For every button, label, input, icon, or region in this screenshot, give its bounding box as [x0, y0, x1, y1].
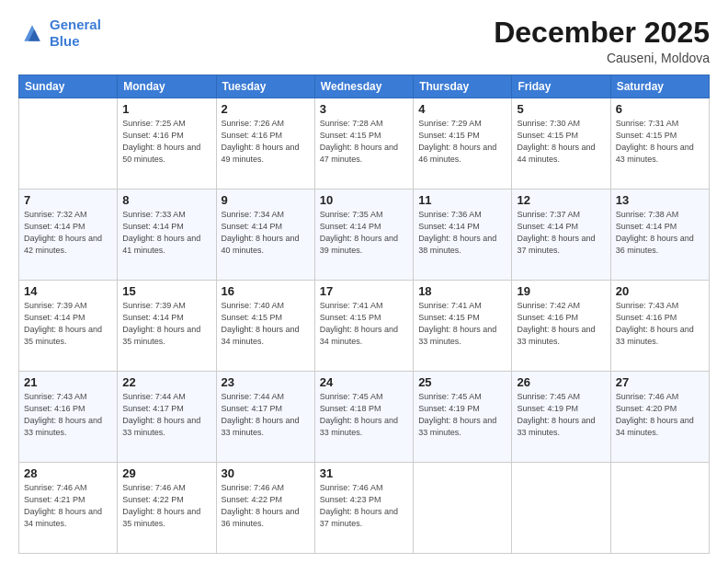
day-info: Sunrise: 7:45 AM Sunset: 4:19 PM Dayligh…	[517, 391, 605, 439]
calendar-table: SundayMondayTuesdayWednesdayThursdayFrid…	[18, 75, 710, 554]
day-info: Sunrise: 7:46 AM Sunset: 4:20 PM Dayligh…	[616, 391, 704, 439]
day-number: 22	[122, 375, 210, 389]
day-number: 27	[616, 375, 704, 389]
week-row-2: 7Sunrise: 7:32 AM Sunset: 4:14 PM Daylig…	[19, 190, 710, 281]
calendar-cell: 3Sunrise: 7:28 AM Sunset: 4:15 PM Daylig…	[314, 98, 413, 190]
calendar-cell	[414, 463, 512, 554]
day-info: Sunrise: 7:30 AM Sunset: 4:15 PM Dayligh…	[517, 118, 605, 166]
logo-text: General Blue	[50, 17, 101, 50]
title-block: December 2025 Causeni, Moldova	[494, 17, 710, 65]
day-info: Sunrise: 7:46 AM Sunset: 4:23 PM Dayligh…	[320, 482, 408, 530]
logo-icon	[18, 19, 46, 47]
day-info: Sunrise: 7:25 AM Sunset: 4:16 PM Dayligh…	[122, 118, 210, 166]
day-number: 6	[616, 102, 704, 116]
calendar-cell: 24Sunrise: 7:45 AM Sunset: 4:18 PM Dayli…	[314, 372, 413, 463]
day-info: Sunrise: 7:44 AM Sunset: 4:17 PM Dayligh…	[122, 391, 210, 439]
week-row-1: 1Sunrise: 7:25 AM Sunset: 4:16 PM Daylig…	[19, 98, 710, 190]
calendar-cell: 2Sunrise: 7:26 AM Sunset: 4:16 PM Daylig…	[216, 98, 314, 190]
day-number: 21	[24, 375, 112, 389]
calendar-cell: 15Sunrise: 7:39 AM Sunset: 4:14 PM Dayli…	[118, 281, 216, 372]
day-number: 8	[122, 193, 210, 207]
calendar-cell: 10Sunrise: 7:35 AM Sunset: 4:14 PM Dayli…	[314, 190, 413, 281]
weekday-header-monday: Monday	[118, 75, 216, 98]
subtitle: Causeni, Moldova	[494, 51, 710, 65]
calendar-cell: 19Sunrise: 7:42 AM Sunset: 4:16 PM Dayli…	[512, 281, 610, 372]
day-number: 28	[24, 466, 112, 480]
day-number: 25	[418, 375, 506, 389]
day-info: Sunrise: 7:43 AM Sunset: 4:16 PM Dayligh…	[616, 300, 704, 348]
day-info: Sunrise: 7:44 AM Sunset: 4:17 PM Dayligh…	[222, 391, 310, 439]
day-number: 5	[517, 102, 605, 116]
calendar-cell: 28Sunrise: 7:46 AM Sunset: 4:21 PM Dayli…	[19, 463, 118, 554]
day-number: 13	[616, 193, 704, 207]
day-info: Sunrise: 7:39 AM Sunset: 4:14 PM Dayligh…	[122, 300, 210, 348]
day-number: 1	[122, 102, 210, 116]
weekday-header-tuesday: Tuesday	[216, 75, 314, 98]
calendar-cell: 23Sunrise: 7:44 AM Sunset: 4:17 PM Dayli…	[216, 372, 314, 463]
day-number: 10	[320, 193, 408, 207]
calendar-cell: 17Sunrise: 7:41 AM Sunset: 4:15 PM Dayli…	[314, 281, 413, 372]
weekday-header-wednesday: Wednesday	[314, 75, 413, 98]
day-number: 4	[418, 102, 506, 116]
day-number: 2	[222, 102, 310, 116]
day-info: Sunrise: 7:41 AM Sunset: 4:15 PM Dayligh…	[320, 300, 408, 348]
calendar-cell: 29Sunrise: 7:46 AM Sunset: 4:22 PM Dayli…	[118, 463, 216, 554]
day-number: 15	[122, 284, 210, 298]
day-number: 17	[320, 284, 408, 298]
day-info: Sunrise: 7:39 AM Sunset: 4:14 PM Dayligh…	[24, 300, 112, 348]
calendar-cell: 6Sunrise: 7:31 AM Sunset: 4:15 PM Daylig…	[610, 98, 709, 190]
day-info: Sunrise: 7:35 AM Sunset: 4:14 PM Dayligh…	[320, 209, 408, 257]
calendar-cell: 31Sunrise: 7:46 AM Sunset: 4:23 PM Dayli…	[314, 463, 413, 554]
week-row-4: 21Sunrise: 7:43 AM Sunset: 4:16 PM Dayli…	[19, 372, 710, 463]
day-info: Sunrise: 7:42 AM Sunset: 4:16 PM Dayligh…	[517, 300, 605, 348]
day-info: Sunrise: 7:34 AM Sunset: 4:14 PM Dayligh…	[222, 209, 310, 257]
calendar-cell: 26Sunrise: 7:45 AM Sunset: 4:19 PM Dayli…	[512, 372, 610, 463]
day-info: Sunrise: 7:32 AM Sunset: 4:14 PM Dayligh…	[24, 209, 112, 257]
week-row-5: 28Sunrise: 7:46 AM Sunset: 4:21 PM Dayli…	[19, 463, 710, 554]
calendar-cell: 21Sunrise: 7:43 AM Sunset: 4:16 PM Dayli…	[19, 372, 118, 463]
weekday-header-friday: Friday	[512, 75, 610, 98]
day-number: 7	[24, 193, 112, 207]
day-info: Sunrise: 7:31 AM Sunset: 4:15 PM Dayligh…	[616, 118, 704, 166]
day-number: 14	[24, 284, 112, 298]
day-info: Sunrise: 7:26 AM Sunset: 4:16 PM Dayligh…	[222, 118, 310, 166]
day-number: 23	[222, 375, 310, 389]
calendar-cell: 13Sunrise: 7:38 AM Sunset: 4:14 PM Dayli…	[610, 190, 709, 281]
day-number: 11	[418, 193, 506, 207]
calendar-cell: 22Sunrise: 7:44 AM Sunset: 4:17 PM Dayli…	[118, 372, 216, 463]
logo: General Blue	[18, 17, 101, 50]
day-number: 26	[517, 375, 605, 389]
day-number: 20	[616, 284, 704, 298]
calendar-cell: 4Sunrise: 7:29 AM Sunset: 4:15 PM Daylig…	[414, 98, 512, 190]
calendar-cell: 7Sunrise: 7:32 AM Sunset: 4:14 PM Daylig…	[19, 190, 118, 281]
weekday-header-row: SundayMondayTuesdayWednesdayThursdayFrid…	[19, 75, 710, 98]
calendar-cell: 12Sunrise: 7:37 AM Sunset: 4:14 PM Dayli…	[512, 190, 610, 281]
calendar-cell: 8Sunrise: 7:33 AM Sunset: 4:14 PM Daylig…	[118, 190, 216, 281]
calendar-cell: 9Sunrise: 7:34 AM Sunset: 4:14 PM Daylig…	[216, 190, 314, 281]
calendar-cell: 20Sunrise: 7:43 AM Sunset: 4:16 PM Dayli…	[610, 281, 709, 372]
weekday-header-sunday: Sunday	[19, 75, 118, 98]
day-info: Sunrise: 7:46 AM Sunset: 4:22 PM Dayligh…	[122, 482, 210, 530]
day-number: 30	[222, 466, 310, 480]
calendar-cell: 11Sunrise: 7:36 AM Sunset: 4:14 PM Dayli…	[414, 190, 512, 281]
calendar-cell	[610, 463, 709, 554]
calendar-cell: 25Sunrise: 7:45 AM Sunset: 4:19 PM Dayli…	[414, 372, 512, 463]
day-info: Sunrise: 7:36 AM Sunset: 4:14 PM Dayligh…	[418, 209, 506, 257]
day-info: Sunrise: 7:28 AM Sunset: 4:15 PM Dayligh…	[320, 118, 408, 166]
day-info: Sunrise: 7:45 AM Sunset: 4:19 PM Dayligh…	[418, 391, 506, 439]
header: General Blue December 2025 Causeni, Mold…	[18, 17, 710, 65]
main-title: December 2025	[494, 17, 710, 49]
page: General Blue December 2025 Causeni, Mold…	[0, 0, 728, 563]
calendar-cell	[19, 98, 118, 190]
day-number: 19	[517, 284, 605, 298]
calendar-cell	[512, 463, 610, 554]
day-info: Sunrise: 7:37 AM Sunset: 4:14 PM Dayligh…	[517, 209, 605, 257]
calendar-cell: 30Sunrise: 7:46 AM Sunset: 4:22 PM Dayli…	[216, 463, 314, 554]
day-info: Sunrise: 7:38 AM Sunset: 4:14 PM Dayligh…	[616, 209, 704, 257]
day-number: 18	[418, 284, 506, 298]
day-info: Sunrise: 7:33 AM Sunset: 4:14 PM Dayligh…	[122, 209, 210, 257]
day-info: Sunrise: 7:43 AM Sunset: 4:16 PM Dayligh…	[24, 391, 112, 439]
calendar-cell: 14Sunrise: 7:39 AM Sunset: 4:14 PM Dayli…	[19, 281, 118, 372]
logo-general: General	[50, 17, 101, 32]
calendar-cell: 27Sunrise: 7:46 AM Sunset: 4:20 PM Dayli…	[610, 372, 709, 463]
